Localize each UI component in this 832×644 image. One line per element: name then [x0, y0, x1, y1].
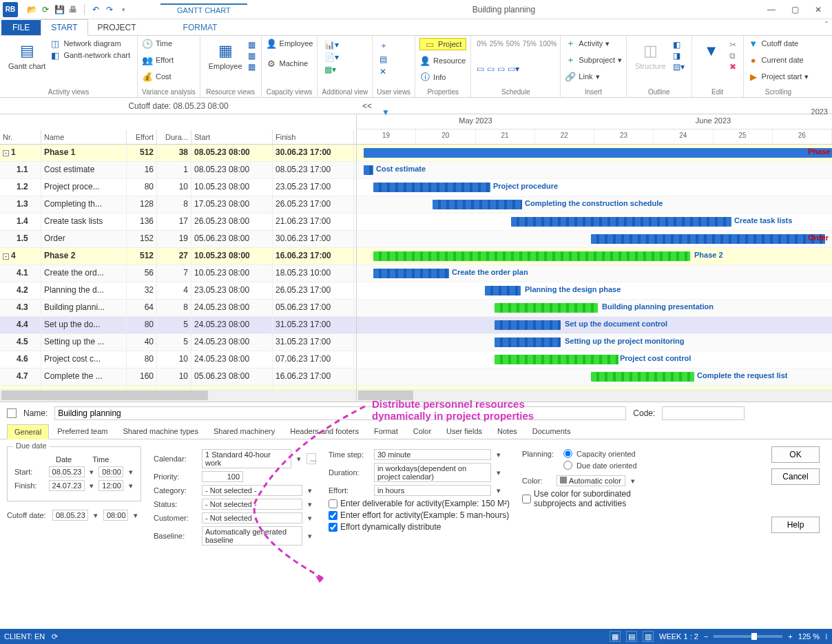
help-button[interactable]: Help: [771, 517, 820, 533]
gantt-network-button[interactable]: ◧Gantt-network chart: [50, 50, 130, 61]
properties-tab[interactable]: Shared machine types: [116, 424, 205, 439]
gantt-bar[interactable]: [373, 183, 490, 192]
resource-icon-2[interactable]: ▦: [248, 51, 256, 61]
minimize-button[interactable]: —: [760, 1, 782, 18]
resource-icon-3[interactable]: ▦: [248, 62, 256, 72]
horizontal-scrollbar[interactable]: [0, 389, 832, 402]
task-row[interactable]: -4Phase 25122710.05.23 08:0016.06.23 17:…: [0, 248, 832, 265]
cost-button[interactable]: 💰Cost: [142, 71, 196, 82]
gantt-bar[interactable]: [591, 372, 694, 382]
status-more-icon[interactable]: ⁞: [825, 632, 828, 641]
info-button[interactable]: ⓘInfo: [419, 72, 466, 83]
resource-icon-1[interactable]: ▦: [248, 40, 256, 50]
cutoff-date-button[interactable]: ▼Cutoff date: [748, 38, 809, 49]
outline-icon-2[interactable]: ◨: [673, 51, 685, 61]
gantt-bar[interactable]: [373, 251, 690, 261]
gantt-bar[interactable]: [433, 200, 522, 209]
start-date-input[interactable]: 08.05.23: [49, 466, 85, 477]
schedule-icon-a[interactable]: ▭: [477, 64, 484, 74]
task-row[interactable]: -1Phase 15123808.05.23 08:0030.06.23 17:…: [0, 145, 832, 162]
properties-tab[interactable]: Shared machinery: [207, 424, 282, 439]
task-row[interactable]: 1.2Project proce...801010.05.23 08:0023.…: [0, 179, 832, 196]
user-view-list-icon[interactable]: ▤: [379, 54, 408, 64]
status-select[interactable]: - Not selected -: [202, 499, 302, 510]
network-diagram-button[interactable]: ◫Network diagram: [50, 38, 130, 49]
col-start[interactable]: Start: [191, 130, 273, 144]
cutoff-date-input[interactable]: 08.05.23: [52, 510, 88, 521]
task-row[interactable]: 1.5Order1521905.06.23 08:0030.06.23 17:0…: [0, 231, 832, 248]
schedule-icon-b[interactable]: ▭: [487, 64, 495, 74]
category-select[interactable]: - Not selected -: [202, 485, 302, 496]
properties-tab[interactable]: User fields: [439, 424, 489, 439]
schedule-icon-c[interactable]: ▭: [497, 64, 505, 74]
zoom-out-button[interactable]: −: [704, 632, 708, 641]
duration-unit-select[interactable]: in workdays(dependent on project calenda…: [374, 463, 491, 482]
cut-icon[interactable]: ✂: [729, 40, 736, 50]
current-date-button[interactable]: ●Current date: [748, 54, 809, 65]
gantt-bar[interactable]: [495, 355, 618, 364]
sync-icon[interactable]: ⟳: [52, 632, 58, 641]
deliverable-checkbox[interactable]: [329, 499, 337, 508]
maximize-button[interactable]: ▢: [784, 1, 806, 18]
col-finish[interactable]: Finish: [273, 130, 354, 144]
task-row[interactable]: 4.4Set up the do...80524.05.23 08:0031.0…: [0, 317, 832, 334]
zoom-in-button[interactable]: +: [788, 632, 792, 641]
undo-icon[interactable]: ↶: [90, 4, 101, 15]
close-button[interactable]: ✕: [807, 1, 829, 18]
gantt-bar[interactable]: [373, 269, 449, 278]
qat-dropdown-icon[interactable]: ▾: [118, 4, 129, 15]
capacity-radio[interactable]: [563, 449, 572, 458]
view-icon-1[interactable]: ▦: [610, 631, 621, 642]
task-grid[interactable]: -1Phase 15123808.05.23 08:0030.06.23 17:…: [0, 145, 832, 389]
zoom-slider[interactable]: [714, 635, 782, 638]
employee-view-button[interactable]: ▦Employee: [205, 37, 247, 74]
gantt-bar[interactable]: [485, 286, 521, 295]
project-code-input[interactable]: [662, 406, 745, 420]
gantt-bar[interactable]: [495, 337, 561, 347]
outline-icon-1[interactable]: ◧: [673, 40, 685, 50]
tab-format[interactable]: FORMAT: [174, 20, 227, 35]
properties-tab[interactable]: Preferred team: [50, 424, 114, 439]
finish-date-input[interactable]: 24.07.23: [49, 480, 85, 491]
task-row[interactable]: 1.4Create task lists1361726.05.23 08:002…: [0, 214, 832, 231]
color-select[interactable]: Automatic color: [557, 475, 625, 486]
filter-button[interactable]: ▼: [696, 37, 727, 74]
task-row[interactable]: 4.6Project cost c...801024.05.23 08:0007…: [0, 351, 832, 368]
enter-effort-checkbox[interactable]: [329, 511, 337, 520]
task-row[interactable]: 4.2Planning the d...32423.05.23 08:0026.…: [0, 282, 832, 300]
report-icon[interactable]: 📄▾: [324, 52, 365, 62]
properties-tab[interactable]: Notes: [490, 424, 524, 439]
task-row[interactable]: 4.3Building planni...64824.05.23 08:0005…: [0, 300, 832, 317]
time-button[interactable]: 🕒Time: [142, 38, 196, 49]
cutoff-time-input[interactable]: 08:00: [103, 510, 128, 521]
gantt-bar[interactable]: [511, 217, 731, 227]
properties-tab[interactable]: Documents: [526, 424, 578, 439]
outline-icon-3[interactable]: ▤▾: [673, 62, 685, 72]
priority-input[interactable]: 100: [202, 471, 243, 482]
calendar-ext-button[interactable]: ...: [306, 453, 316, 464]
file-tab[interactable]: FILE: [1, 20, 41, 35]
task-row[interactable]: 4.7Complete the ...1601005.06.23 08:0016…: [0, 368, 832, 386]
col-duration[interactable]: Dura...: [157, 130, 191, 144]
subcolor-checkbox[interactable]: [522, 495, 531, 503]
gantt-bar[interactable]: [495, 320, 561, 330]
properties-tab[interactable]: Format: [367, 424, 405, 439]
ribbon-collapse-icon[interactable]: ˆ: [825, 21, 828, 30]
schedule-icon-d[interactable]: ▭▾: [508, 64, 519, 74]
task-row[interactable]: 1.3Completing th...128817.05.23 08:0026.…: [0, 196, 832, 214]
project-properties-button[interactable]: ▭Project: [419, 38, 466, 50]
ok-button[interactable]: OK: [771, 446, 820, 463]
tab-project[interactable]: PROJECT: [88, 20, 146, 35]
copy-icon[interactable]: ⧉: [729, 51, 736, 61]
chart-icon[interactable]: 📊▾: [324, 40, 365, 50]
col-name[interactable]: Name: [41, 130, 127, 144]
capacity-employee-button[interactable]: 👤Employee: [266, 38, 313, 49]
col-effort[interactable]: Effort: [127, 130, 157, 144]
capacity-machine-button[interactable]: ⚙Machine: [266, 58, 313, 69]
finish-time-input[interactable]: 12:00: [98, 480, 123, 491]
properties-tab[interactable]: Headers and footers: [283, 424, 366, 439]
duedate-radio[interactable]: [563, 461, 572, 470]
gantt-bar[interactable]: [364, 165, 373, 175]
baseline-select[interactable]: Automatically generated baseline: [202, 526, 302, 546]
user-view-del-icon[interactable]: ✕: [379, 67, 408, 76]
